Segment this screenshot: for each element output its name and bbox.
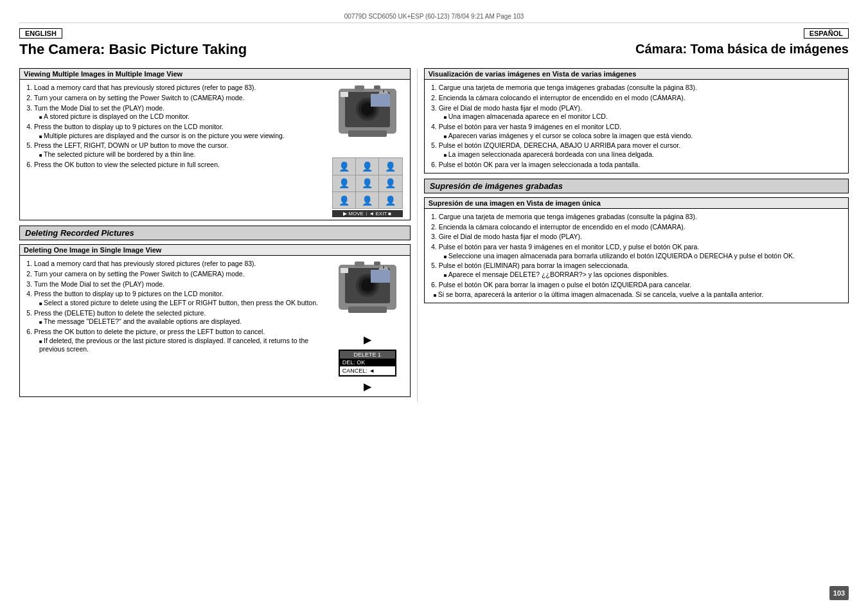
spanish-title: Cámara: Toma básica de imágenes	[418, 41, 849, 57]
english-section2-image: ▶ DELETE 1 DEL: OK CANCEL: ◄ ▶	[329, 258, 406, 394]
spanish-section2-steps: Cargue una tarjeta de memoria que tenga …	[429, 213, 844, 289]
del-step-4: Press the button to display up to 9 pict…	[34, 290, 325, 307]
english-section1-image: 👤 👤 👤 👤 👤 👤 👤 👤 👤 ▶ MOVE ↕ ◄ EXIT ■	[329, 82, 406, 217]
spanish-section2: Supresión de una imagen en Vista de imag…	[424, 197, 849, 303]
english-section1-text: Load a memory card that has previously s…	[24, 82, 325, 217]
es-del-step-3: Gire el Dial de modo hasta fijar el modo…	[439, 233, 844, 242]
english-section2-steps: Load a memory card that has previously s…	[24, 260, 325, 353]
svg-rect-17	[355, 262, 364, 267]
english-badge: ENGLISH	[19, 28, 62, 39]
es-del-step-5: Pulse el botón (ELIMINAR) para borrar la…	[439, 262, 844, 279]
delete-menu: DELETE 1 DEL: OK CANCEL: ◄	[339, 350, 396, 377]
step-3: Turn the Mode Dial to set the (PLAY) mod…	[34, 104, 325, 121]
grid-cell: 👤	[333, 192, 355, 208]
es-step-4: Pulse el botón para ver hasta 9 imágenes…	[439, 123, 844, 140]
spanish-section2-header: Supresión de una imagen en Vista de imag…	[425, 198, 848, 209]
svg-rect-10	[348, 130, 387, 137]
bottom-arrow: ▶	[364, 380, 371, 393]
es-del-step-2: Encienda la cámara colocando el interrup…	[439, 223, 844, 232]
step-1: Load a memory card that has previously s…	[34, 84, 325, 93]
spanish-section1-header: Visualización de varias imágenes en Vist…	[425, 69, 848, 80]
delete-menu-item1: DEL: OK	[340, 359, 395, 367]
grid-cell: 👤	[379, 175, 402, 191]
svg-rect-23	[371, 270, 390, 283]
spanish-section2-body: Cargue una tarjeta de memoria que tenga …	[425, 209, 848, 303]
english-section2-body: Load a memory card that has previously s…	[20, 256, 410, 396]
es-step-6: Pulse el botón OK para ver la imagen sel…	[439, 161, 844, 170]
english-title: The Camera: Basic Picture Taking	[19, 41, 418, 58]
step-2: Turn your camera on by setting the Power…	[34, 94, 325, 103]
es-step-1: Cargue una tarjeta de memoria que tenga …	[439, 84, 844, 93]
delete-menu-item2: CANCEL: ◄	[340, 367, 395, 375]
nav-bar: ▶ MOVE ↕ ◄ EXIT ■	[332, 210, 403, 217]
english-section2: Deleting One Image in Single Image View …	[19, 244, 411, 397]
english-header: ENGLISH The Camera: Basic Picture Taking	[19, 28, 418, 64]
english-section1-steps: Load a memory card that has previously s…	[24, 84, 325, 169]
header-row: ENGLISH The Camera: Basic Picture Taking…	[19, 28, 849, 64]
es-step-3: Gire el Dial de modo hasta fijar el modo…	[439, 104, 844, 121]
delete-menu-title: DELETE 1	[340, 351, 395, 359]
english-section1-header: Viewing Multiple Images in Multiple Imag…	[20, 69, 410, 80]
spanish-header: ESPAÑOL Cámara: Toma básica de imágenes	[418, 28, 849, 64]
del-step-6: Press the OK button to delete the pictur…	[34, 328, 325, 354]
camera-illustration-2	[335, 258, 400, 332]
del-step-5: Press the (DELETE) button to delete the …	[34, 309, 325, 326]
spanish-section1-body: Cargue una tarjeta de memoria que tenga …	[425, 80, 848, 173]
deleting-divider-es: Supresión de imágenes grabadas	[424, 179, 849, 193]
grid-cell: 👤	[379, 192, 402, 208]
grid-cell: 👤	[356, 175, 378, 191]
deleting-divider-en: Deleting Recorded Pictures	[19, 226, 411, 240]
english-section2-header: Deleting One Image in Single Image View	[20, 245, 410, 256]
spanish-section2-text: Cargue una tarjeta de memoria que tenga …	[429, 211, 844, 300]
del-step-3: Turn the Mode Dial to set the (PLAY) mod…	[34, 280, 325, 289]
step-5: Press the LEFT, RIGHT, DOWN or UP button…	[34, 141, 325, 159]
es-step-2: Encienda la cámara colocando el interrup…	[439, 94, 844, 103]
es-del-step-6: Pulse el botón OK para borrar la imagen …	[439, 281, 844, 290]
es-del-step-4: Pulse el botón para ver hasta 9 imágenes…	[439, 243, 844, 260]
svg-rect-18	[374, 262, 380, 265]
grid-cell: 👤	[356, 158, 378, 174]
page-number: 103	[829, 586, 849, 600]
english-section1: Viewing Multiple Images in Multiple Imag…	[19, 68, 411, 220]
spanish-badge: ESPAÑOL	[804, 28, 849, 39]
svg-rect-11	[371, 94, 390, 107]
english-section1-body: Load a memory card that has previously s…	[20, 80, 410, 220]
spanish-section1-steps: Cargue una tarjeta de memoria que tenga …	[429, 84, 844, 169]
english-column: Viewing Multiple Images in Multiple Imag…	[19, 68, 418, 402]
es-del-step-1: Cargue una tarjeta de memoria que tenga …	[439, 213, 844, 222]
del-step-1: Load a memory card that has previously s…	[34, 260, 325, 269]
svg-rect-22	[348, 306, 387, 313]
svg-rect-6	[374, 85, 380, 89]
grid-cell: 👤	[356, 192, 378, 208]
spanish-section1: Visualización de varias imágenes en Vist…	[424, 68, 849, 173]
main-content: Viewing Multiple Images in Multiple Imag…	[19, 68, 849, 402]
play-icon: ▶	[364, 333, 371, 346]
page-container: 00779D SCD6050 UK+ESP (60-123) 7/8/04 9:…	[0, 0, 868, 613]
grid-cell: 👤	[333, 158, 355, 174]
grid-cell: 👤	[333, 175, 355, 191]
camera-illustration-1	[335, 82, 400, 156]
grid-cell: 👤	[379, 158, 402, 174]
spanish-column: Visualización de varias imágenes en Vist…	[418, 68, 849, 402]
svg-rect-5	[355, 85, 364, 91]
es-step-5: Pulse el botón IZQUIERDA, DERECHA, ABAJO…	[439, 141, 844, 159]
file-info: 00779D SCD6050 UK+ESP (60-123) 7/8/04 9:…	[19, 13, 849, 23]
step-6: Press the OK button to view the selected…	[34, 161, 325, 170]
svg-rect-21	[341, 268, 348, 273]
del-step-2: Turn your camera on by setting the Power…	[34, 270, 325, 279]
es-del-bullet6: Si se borra, aparecerá la anterior o la …	[434, 290, 844, 299]
step-4: Press the button to display up to 9 pict…	[34, 123, 325, 140]
nine-image-grid: 👤 👤 👤 👤 👤 👤 👤 👤 👤	[332, 157, 403, 209]
english-section2-text: Load a memory card that has previously s…	[24, 258, 325, 394]
spanish-section1-text: Cargue una tarjeta de memoria que tenga …	[429, 82, 844, 170]
svg-rect-9	[341, 92, 348, 97]
